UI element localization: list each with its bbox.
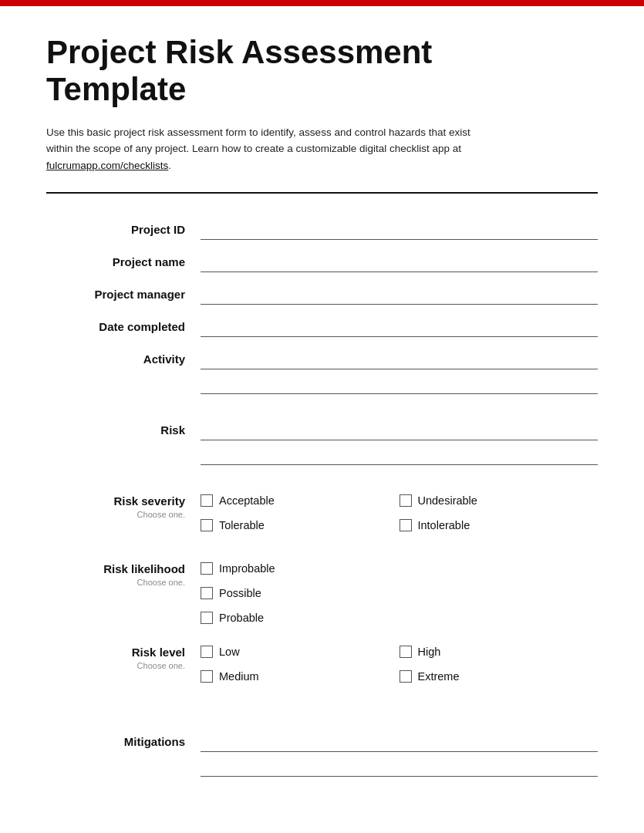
project-name-field (201, 248, 598, 280)
activity-input-1[interactable] (201, 352, 598, 369)
checkbox-extreme-input[interactable] (400, 670, 412, 683)
mitigations-input-1[interactable] (201, 735, 598, 752)
checkbox-high-input[interactable] (400, 646, 412, 658)
checkbox-probable-input[interactable] (201, 612, 213, 624)
checkbox-tolerable-input[interactable] (201, 519, 213, 531)
checkbox-high[interactable]: High (400, 642, 598, 661)
date-completed-label: Date completed (46, 312, 201, 334)
project-id-input[interactable] (201, 223, 598, 240)
risk-level-field: Low Medium High (201, 638, 598, 686)
activity-label: Activity (46, 345, 201, 366)
project-manager-row: Project manager (46, 280, 598, 312)
checkbox-high-label: High (418, 646, 441, 658)
red-bar (0, 0, 644, 6)
project-id-field (201, 215, 598, 248)
checkbox-medium-input[interactable] (201, 670, 213, 683)
checkbox-low[interactable]: Low (201, 642, 400, 661)
checkbox-improbable-input[interactable] (201, 562, 213, 575)
checkbox-undesirable[interactable]: Undesirable (400, 491, 598, 510)
activity-field (201, 345, 598, 402)
checkbox-acceptable[interactable]: Acceptable (201, 491, 400, 510)
risk-likelihood-options: Improbable Possible Probable (201, 559, 598, 627)
description-link[interactable]: fulcrumapp.com/checklists (46, 160, 168, 171)
activity-row: Activity (46, 345, 598, 402)
risk-severity-field: Acceptable Tolerable Undesirable (201, 487, 598, 535)
form-section: Project ID Project name Project manager … (46, 215, 598, 789)
risk-row: Risk (46, 416, 598, 473)
risk-severity-options: Acceptable Tolerable Undesirable (201, 491, 598, 535)
checkbox-extreme-label: Extreme (418, 670, 460, 683)
risk-field (201, 416, 598, 473)
risk-likelihood-label: Risk likelihood Choose one. (46, 555, 201, 588)
checkbox-improbable[interactable]: Improbable (201, 559, 598, 578)
checkbox-tolerable[interactable]: Tolerable (201, 516, 400, 535)
risk-level-col-right: High Extreme (400, 642, 598, 686)
checkbox-possible-label: Possible (219, 587, 261, 599)
mitigations-field (201, 727, 598, 784)
activity-line-2 (201, 377, 598, 394)
checkbox-intolerable-input[interactable] (400, 519, 412, 531)
project-manager-label: Project manager (46, 280, 201, 302)
risk-severity-col-left: Acceptable Tolerable (201, 491, 400, 535)
checkbox-improbable-label: Improbable (219, 562, 275, 575)
checkbox-tolerable-label: Tolerable (219, 519, 265, 531)
risk-level-sublabel: Choose one. (46, 661, 185, 671)
project-name-row: Project name (46, 248, 598, 280)
risk-level-options: Low Medium High (201, 642, 598, 686)
risk-severity-col-right: Undesirable Intolerable (400, 491, 598, 535)
risk-level-label: Risk level Choose one. (46, 638, 201, 671)
project-name-label: Project name (46, 248, 201, 269)
mitigations-row: Mitigations (46, 727, 598, 789)
page-title: Project Risk Assessment Template (46, 34, 598, 109)
risk-label: Risk (46, 416, 201, 437)
project-name-input[interactable] (201, 255, 598, 272)
description: Use this basic project risk assessment f… (46, 124, 494, 174)
checkbox-possible-input[interactable] (201, 587, 213, 599)
checkbox-undesirable-input[interactable] (400, 494, 412, 507)
risk-line-2 (201, 448, 598, 465)
checkbox-low-input[interactable] (201, 646, 213, 658)
checkbox-low-label: Low (219, 646, 240, 658)
risk-likelihood-sublabel: Choose one. (46, 578, 185, 588)
checkbox-acceptable-label: Acceptable (219, 494, 275, 507)
risk-level-row: Risk level Choose one. Low Medium (46, 638, 598, 707)
checkbox-medium[interactable]: Medium (201, 667, 400, 686)
risk-input-1[interactable] (201, 423, 598, 440)
date-completed-input[interactable] (201, 320, 598, 337)
risk-likelihood-row: Risk likelihood Choose one. Improbable P… (46, 555, 598, 632)
checkbox-extreme[interactable]: Extreme (400, 667, 598, 686)
project-manager-field (201, 280, 598, 312)
checkbox-possible[interactable]: Possible (201, 584, 598, 602)
date-completed-row: Date completed (46, 312, 598, 345)
risk-likelihood-field: Improbable Possible Probable (201, 555, 598, 627)
mitigations-label: Mitigations (46, 727, 201, 749)
checkbox-medium-label: Medium (219, 670, 259, 683)
date-completed-field (201, 312, 598, 345)
risk-severity-label: Risk severity Choose one. (46, 487, 201, 520)
project-id-label: Project ID (46, 215, 201, 237)
checkbox-undesirable-label: Undesirable (418, 494, 477, 507)
risk-severity-sublabel: Choose one. (46, 510, 185, 520)
risk-level-col-left: Low Medium (201, 642, 400, 686)
checkbox-intolerable[interactable]: Intolerable (400, 516, 598, 535)
project-manager-input[interactable] (201, 288, 598, 305)
checkbox-probable[interactable]: Probable (201, 609, 598, 627)
project-id-row: Project ID (46, 215, 598, 248)
checkbox-acceptable-input[interactable] (201, 494, 213, 507)
mitigations-line-2 (201, 760, 598, 777)
header-divider (46, 192, 598, 194)
risk-severity-row: Risk severity Choose one. Acceptable Tol… (46, 487, 598, 548)
checkbox-intolerable-label: Intolerable (418, 519, 470, 531)
checkbox-probable-label: Probable (219, 612, 264, 624)
